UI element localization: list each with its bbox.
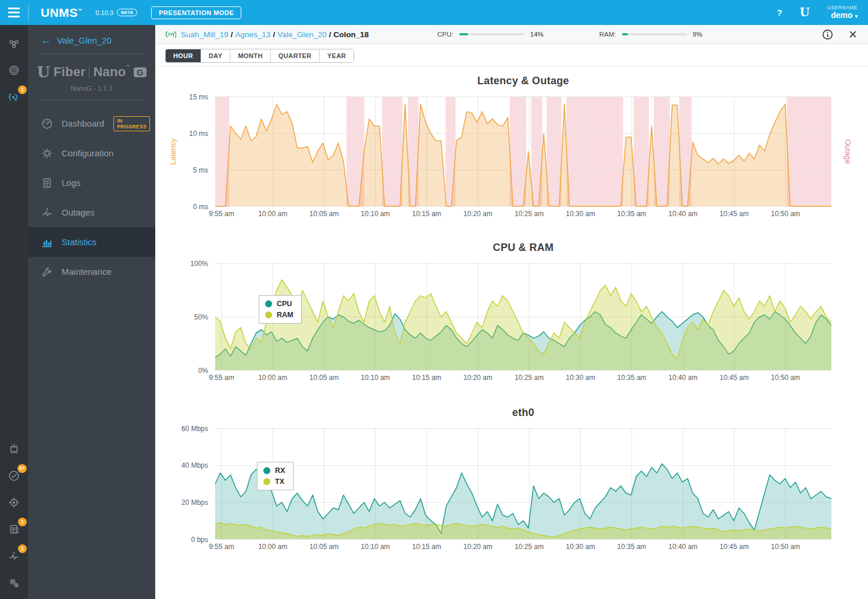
presentation-mode-button[interactable]: PRESENTATION MODE (151, 6, 241, 19)
y-axis-tick-label: 10 ms (189, 130, 208, 138)
device-firmware-label: NanoG - 1.1.1 (34, 85, 149, 96)
device-header: Suah_Mill_19/Agnes_13/Vale_Glen_20/Colon… (155, 25, 868, 44)
x-axis-tick-label: 10:50 am (771, 543, 800, 551)
chart-canvas[interactable] (215, 428, 831, 540)
statistics-icon (41, 236, 53, 249)
x-axis-tick-label: 10:20 am (463, 543, 492, 551)
username-value: demo▾ (827, 10, 858, 20)
sidebar-item-label: Outages (62, 207, 95, 217)
right-axis-label: Outage (844, 139, 853, 164)
sidebar-item-label: Dashboard (62, 119, 104, 128)
username-label: USERNAME (827, 5, 858, 10)
chart-canvas[interactable] (215, 96, 831, 207)
back-arrow-icon: ← (41, 35, 51, 45)
cpu-progressbar (459, 33, 524, 35)
breadcrumb-link[interactable]: Agnes_13 (235, 30, 271, 39)
chevron-down-icon: ▾ (855, 13, 858, 19)
breadcrumb-link[interactable]: Suah_Mill_19 (181, 30, 228, 39)
hamburger-menu-icon[interactable] (0, 0, 28, 25)
sidebar-item-label: Logs (62, 178, 81, 188)
x-axis-tick-label: 10:30 am (566, 543, 595, 551)
sidebar-item-statistics[interactable]: Statistics (28, 227, 155, 257)
legend-series-name: TX (275, 478, 284, 486)
y-axis-tick-label: 0 ms (193, 203, 208, 211)
notification-badge: 1 (18, 544, 27, 553)
x-axis-tick-label: 10:05 am (309, 210, 338, 218)
legend-series-name: CPU (277, 300, 292, 308)
tab-hour[interactable]: HOUR (166, 49, 201, 62)
x-axis-tick-label: 10:35 am (617, 210, 646, 218)
legend-item[interactable]: TX (263, 478, 285, 486)
tab-year[interactable]: YEAR (319, 49, 353, 62)
legend-item[interactable]: CPU (265, 300, 293, 308)
sites-icon[interactable] (3, 33, 24, 54)
y-axis-tick-label: 15 ms (189, 93, 208, 101)
breadcrumb-separator: / (231, 30, 233, 39)
devices-icon[interactable]: 1 (3, 87, 24, 107)
x-axis-tick-label: 10:30 am (566, 374, 595, 382)
tasks-icon[interactable]: 9+ (3, 465, 24, 486)
x-axis-tick-label: 10:50 am (771, 210, 800, 218)
chart-title: eth0 (215, 407, 831, 419)
legend-item[interactable]: RAM (265, 311, 293, 319)
x-axis-tick-label: 10:40 am (669, 210, 698, 218)
outages-icon[interactable]: 1 (3, 546, 24, 566)
version-label: 0.10.3 (95, 9, 113, 16)
charts-area: Latency & Outage15 ms10 ms5 ms0 msLatenc… (155, 67, 868, 599)
endpoints-icon[interactable] (3, 60, 24, 81)
x-axis-tick-label: 10:25 am (515, 543, 544, 551)
device-logo: UFiber Nano™ G NanoG - 1.1.1 (28, 54, 155, 100)
legend-color-dot (263, 478, 270, 485)
sidebar-item-configuration[interactable]: Configuration (28, 138, 155, 168)
back-to-site-link[interactable]: ← Vale_Glen_20 (28, 25, 155, 53)
x-axis-tick-label: 10:35 am (617, 543, 646, 551)
chart-latency-outage: Latency & Outage15 ms10 ms5 ms0 msLatenc… (155, 75, 868, 220)
x-axis-tick-label: 10:05 am (309, 374, 338, 382)
x-axis-tick-label: 10:00 am (258, 374, 287, 382)
legend-item[interactable]: RX (263, 467, 285, 475)
ubiquiti-logo-icon[interactable]: U (799, 5, 809, 19)
legend-color-dot (265, 311, 272, 318)
x-axis-tick-label: 10:50 am (771, 374, 800, 382)
sidebar-item-outages[interactable]: Outages (28, 198, 155, 227)
y-axis-tick-label: 60 Mbps (181, 425, 208, 433)
settings-icon[interactable] (3, 572, 24, 593)
topbar-separator (28, 5, 29, 20)
breadcrumb-link[interactable]: Vale_Glen_20 (277, 30, 327, 39)
ram-meter: RAM: 9% (599, 31, 702, 38)
tab-day[interactable]: DAY (201, 49, 230, 62)
notification-badge: 1 (18, 85, 27, 94)
sidebar-item-label: Statistics (62, 237, 97, 247)
x-axis-tick-label: 10:30 am (566, 210, 595, 218)
close-icon[interactable]: ✕ (848, 28, 858, 41)
ufiber-u-icon: U (37, 63, 50, 81)
y-axis-tick-label: 40 Mbps (181, 461, 208, 469)
legend-series-name: RAM (277, 311, 293, 319)
x-axis-tick-label: 10:40 am (669, 374, 698, 382)
firmware-icon[interactable] (3, 439, 24, 460)
chart-title: CPU & RAM (215, 242, 831, 254)
topbar: UNMS™ 0.10.3 BETA PRESENTATION MODE ? U … (0, 0, 868, 25)
help-icon[interactable]: ? (777, 8, 782, 17)
info-icon[interactable] (822, 29, 833, 40)
tab-month[interactable]: MONTH (230, 49, 270, 62)
x-axis-tick-label: 10:35 am (617, 374, 646, 382)
x-axis-tick-label: 9:55 am (209, 374, 234, 382)
sidebar-item-label: Configuration (62, 148, 113, 158)
site-name-label: Vale_Glen_20 (57, 35, 112, 45)
x-axis-tick-label: 9:55 am (209, 543, 234, 551)
x-axis-tick-label: 10:05 am (309, 543, 338, 551)
sidebar-item-maintenance[interactable]: Maintenance (28, 257, 155, 286)
x-axis-tick-label: 10:45 am (720, 543, 749, 551)
discovery-icon[interactable] (3, 492, 24, 513)
sidebar-item-logs[interactable]: Logs (28, 168, 155, 198)
chart-canvas[interactable] (215, 263, 831, 371)
unms-logo: UNMS™ (41, 6, 83, 20)
device-log-icon[interactable]: 1 (3, 519, 24, 540)
sidebar-item-dashboard[interactable]: DashboardIN PROGRESS (28, 109, 155, 138)
user-menu[interactable]: USERNAME demo▾ (827, 5, 858, 20)
main-panel: Suah_Mill_19/Agnes_13/Vale_Glen_20/Colon… (155, 25, 868, 599)
legend-color-dot (265, 300, 272, 307)
chart-legend: RXTX (257, 462, 294, 490)
tab-quarter[interactable]: QUARTER (270, 49, 319, 62)
